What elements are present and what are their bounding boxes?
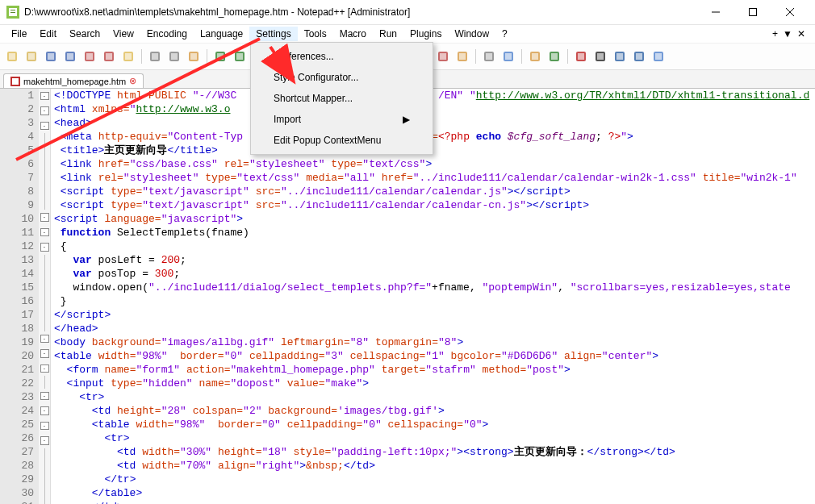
cut-button[interactable] <box>146 48 164 65</box>
fold-toggle[interactable]: - <box>40 92 49 100</box>
code-line[interactable]: <tr> <box>54 390 812 404</box>
line-number: 4 <box>5 130 34 144</box>
undo-button[interactable] <box>211 48 229 65</box>
menu-search[interactable]: Search <box>63 27 107 41</box>
menu-tools[interactable]: Tools <box>298 27 333 41</box>
monitor-button[interactable] <box>545 48 563 65</box>
fold-toggle[interactable]: - <box>40 364 49 373</box>
code-line[interactable]: var posLeft = 200; <box>54 253 812 267</box>
code-line[interactable]: <table width="98%" border="0" cellpaddin… <box>54 349 812 363</box>
code-line[interactable]: </head> <box>54 322 812 335</box>
menu-plus[interactable]: + <box>772 28 778 40</box>
copy-button[interactable] <box>165 48 183 65</box>
code-line[interactable]: <form name="form1" action="makehtml_home… <box>54 363 812 377</box>
paste-button[interactable] <box>185 48 203 65</box>
fold-line <box>44 486 45 499</box>
code-line[interactable]: <script type="text/javascript" src="../i… <box>54 185 812 198</box>
fold-toggle[interactable]: - <box>40 243 49 251</box>
menu-edit[interactable]: Edit <box>33 27 63 41</box>
maximize-button[interactable] <box>734 0 771 24</box>
close-button[interactable] <box>771 0 809 24</box>
menu-plugins[interactable]: Plugins <box>403 27 448 41</box>
settings-shortcut-mapper[interactable]: Shortcut Mapper... <box>251 88 433 109</box>
settings-preferences[interactable]: Preferences... <box>251 46 433 67</box>
menu-run[interactable]: Run <box>373 27 403 41</box>
code-line[interactable]: <table width="98%" border="0" cellpaddin… <box>54 418 812 431</box>
code-line[interactable]: var posTop = 300; <box>54 267 812 281</box>
code-line[interactable]: } <box>54 294 812 308</box>
code-line[interactable]: </td> <box>54 500 812 504</box>
stop-button[interactable] <box>591 48 609 65</box>
fold-toggle[interactable]: - <box>40 106 49 115</box>
menu-file[interactable]: File <box>5 27 33 41</box>
tab-file[interactable]: makehtml_homepage.htm ⊗ <box>3 73 144 88</box>
code-line[interactable]: <script type="text/javascript" src="../i… <box>54 198 812 212</box>
code-line[interactable]: <input type="hidden" name="dopost" value… <box>54 377 812 390</box>
fold-toggle[interactable]: - <box>40 436 49 444</box>
minimize-button[interactable] <box>697 0 734 24</box>
code-line[interactable]: <link rel="stylesheet" type="text/css" m… <box>54 171 812 185</box>
folder-button[interactable] <box>526 48 544 65</box>
code-line[interactable]: </tr> <box>54 473 812 486</box>
settings-style-configurator[interactable]: Style Configurator... <box>251 67 433 88</box>
fold-toggle[interactable]: - <box>40 122 49 130</box>
svg-rect-61 <box>578 53 584 60</box>
stop-icon <box>594 50 607 63</box>
close-all-button[interactable] <box>100 48 118 65</box>
close-button[interactable] <box>81 48 98 65</box>
fold-toggle[interactable]: - <box>40 228 49 236</box>
record-icon <box>575 50 587 63</box>
play-multi-button[interactable] <box>630 48 648 65</box>
svg-rect-31 <box>236 53 243 60</box>
fold-column[interactable]: ------------- <box>39 89 51 504</box>
menu-encoding[interactable]: Encoding <box>140 27 194 41</box>
indent-guide-button[interactable] <box>434 48 452 65</box>
code-line[interactable]: function SelectTemplets(fname) <box>54 226 812 240</box>
menu-window[interactable]: Window <box>448 27 495 41</box>
redo-button[interactable] <box>231 48 249 65</box>
settings-edit-popup-contextmenu[interactable]: Edit Popup ContextMenu <box>251 130 433 151</box>
new-file-button[interactable] <box>3 48 21 65</box>
menu-macro[interactable]: Macro <box>333 27 373 41</box>
menu-settings[interactable]: Settings <box>249 27 297 41</box>
play-button[interactable] <box>611 48 629 65</box>
save-button[interactable] <box>42 48 60 65</box>
code-line[interactable]: <link href="css/base.css" rel="styleshee… <box>54 157 812 171</box>
code-line[interactable]: window.open("../include111/dialog/select… <box>54 281 812 294</box>
menu-view[interactable]: View <box>107 27 140 41</box>
open-file-button[interactable] <box>23 48 40 65</box>
menu-close-doc-icon[interactable]: ✕ <box>797 28 805 40</box>
code-line[interactable]: </script> <box>54 308 812 322</box>
print-button[interactable] <box>119 48 137 65</box>
fold-line <box>44 268 45 281</box>
code-line[interactable]: <script language="javascript"> <box>54 212 812 226</box>
fold-toggle[interactable]: - <box>40 335 49 343</box>
fold-toggle[interactable]: - <box>40 349 49 357</box>
lang-button[interactable] <box>453 48 471 65</box>
settings-import[interactable]: Import▶ <box>251 109 433 130</box>
line-number: 17 <box>5 308 34 322</box>
doc-map-button[interactable] <box>480 48 498 65</box>
menu-help[interactable]: ? <box>495 27 514 41</box>
code-line[interactable]: <body background="images/allbg.gif" left… <box>54 335 812 349</box>
fold-toggle[interactable]: - <box>40 422 49 430</box>
code-line[interactable]: </table> <box>54 486 812 500</box>
svg-rect-25 <box>171 53 178 60</box>
record-button[interactable] <box>572 48 590 65</box>
code-line[interactable]: <td width="70%" align="right">&nbsp;</td… <box>54 459 812 473</box>
code-line[interactable]: { <box>54 240 812 253</box>
fold-toggle[interactable]: - <box>40 406 49 414</box>
fold-toggle[interactable]: - <box>40 213 49 221</box>
fold-toggle[interactable]: - <box>40 392 49 400</box>
code-line[interactable]: <td height="28" colspan="2" background='… <box>54 404 812 418</box>
menu-language[interactable]: Language <box>194 27 249 41</box>
code-line[interactable]: <td width="30%" height="18" style="paddi… <box>54 445 812 459</box>
svg-rect-23 <box>152 53 158 60</box>
tab-dirty-close-icon[interactable]: ⊗ <box>129 76 136 86</box>
line-number: 27 <box>5 445 34 459</box>
macro-save-button[interactable] <box>650 48 667 65</box>
save-all-button[interactable] <box>61 48 79 65</box>
code-line[interactable]: <tr> <box>54 431 812 445</box>
menu-dropdown-icon[interactable]: ▼ <box>783 28 792 40</box>
func-list-button[interactable] <box>499 48 517 65</box>
